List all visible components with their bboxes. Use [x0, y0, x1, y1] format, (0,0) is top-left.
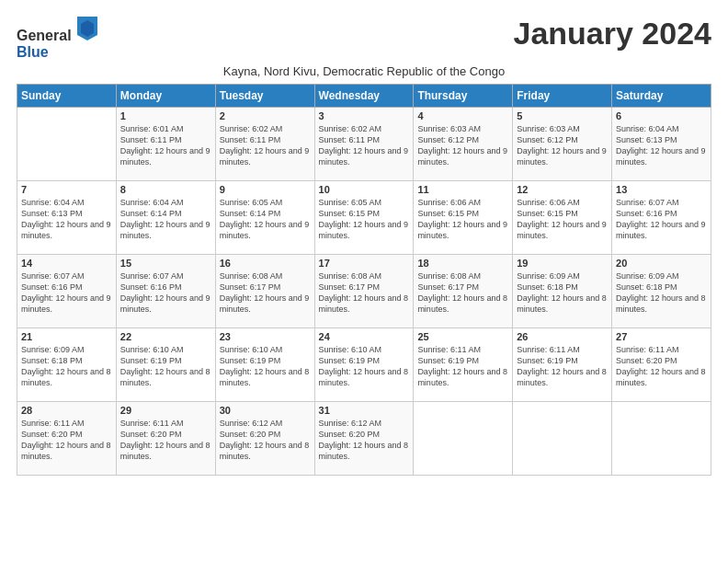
day-number: 22 — [120, 331, 211, 342]
day-number: 4 — [417, 110, 508, 121]
day-number: 21 — [21, 331, 112, 342]
calendar-cell: 15Sunrise: 6:07 AMSunset: 6:16 PMDayligh… — [116, 255, 215, 328]
logo-text-general: General — [17, 28, 72, 43]
day-info: Sunrise: 6:08 AMSunset: 6:17 PMDaylight:… — [319, 271, 409, 314]
day-number: 20 — [616, 258, 707, 269]
day-info: Sunrise: 6:10 AMSunset: 6:19 PMDaylight:… — [319, 345, 409, 387]
day-number: 12 — [517, 184, 608, 195]
day-info: Sunrise: 6:05 AMSunset: 6:15 PMDaylight:… — [319, 198, 409, 240]
calendar-cell: 4Sunrise: 6:03 AMSunset: 6:12 PMDaylight… — [414, 108, 513, 181]
calendar-cell: 19Sunrise: 6:09 AMSunset: 6:18 PMDayligh… — [513, 255, 612, 328]
day-info: Sunrise: 6:07 AMSunset: 6:16 PMDaylight:… — [21, 271, 111, 314]
calendar-cell: 26Sunrise: 6:11 AMSunset: 6:19 PMDayligh… — [513, 328, 612, 402]
day-info: Sunrise: 6:09 AMSunset: 6:18 PMDaylight:… — [517, 271, 607, 314]
day-info: Sunrise: 6:07 AMSunset: 6:16 PMDaylight:… — [616, 198, 706, 240]
day-info: Sunrise: 6:02 AMSunset: 6:11 PMDaylight:… — [220, 124, 310, 167]
day-number: 27 — [616, 331, 707, 342]
day-number: 3 — [319, 110, 410, 121]
calendar-cell: 16Sunrise: 6:08 AMSunset: 6:17 PMDayligh… — [215, 255, 314, 328]
calendar-cell: 22Sunrise: 6:10 AMSunset: 6:19 PMDayligh… — [116, 328, 215, 402]
logo: General Blue — [17, 17, 97, 61]
day-info: Sunrise: 6:06 AMSunset: 6:15 PMDaylight:… — [517, 198, 607, 240]
calendar-cell: 5Sunrise: 6:03 AMSunset: 6:12 PMDaylight… — [513, 108, 612, 181]
calendar-cell: 9Sunrise: 6:05 AMSunset: 6:14 PMDaylight… — [215, 181, 314, 255]
header-row: General Blue January 2024 — [17, 17, 711, 61]
day-number: 17 — [319, 258, 410, 269]
day-info: Sunrise: 6:09 AMSunset: 6:18 PMDaylight:… — [616, 271, 706, 314]
day-number: 26 — [517, 331, 608, 342]
calendar-week-3: 21Sunrise: 6:09 AMSunset: 6:18 PMDayligh… — [17, 328, 711, 402]
calendar-cell: 24Sunrise: 6:10 AMSunset: 6:19 PMDayligh… — [314, 328, 414, 402]
calendar-cell — [513, 402, 612, 476]
logo-icon — [77, 17, 97, 40]
col-thursday: Thursday — [414, 85, 513, 108]
day-info: Sunrise: 6:03 AMSunset: 6:12 PMDaylight:… — [417, 124, 507, 167]
day-number: 10 — [319, 184, 410, 195]
day-number: 29 — [120, 405, 211, 416]
calendar-cell: 14Sunrise: 6:07 AMSunset: 6:16 PMDayligh… — [17, 255, 117, 328]
day-info: Sunrise: 6:04 AMSunset: 6:14 PMDaylight:… — [120, 198, 210, 240]
logo-text-blue: Blue — [17, 44, 49, 60]
calendar-cell: 13Sunrise: 6:07 AMSunset: 6:16 PMDayligh… — [612, 181, 711, 255]
day-number: 6 — [616, 110, 707, 121]
calendar-week-4: 28Sunrise: 6:11 AMSunset: 6:20 PMDayligh… — [17, 402, 711, 476]
day-info: Sunrise: 6:02 AMSunset: 6:11 PMDaylight:… — [319, 124, 409, 167]
title-block: January 2024 — [514, 17, 712, 51]
day-number: 11 — [417, 184, 508, 195]
calendar-cell: 21Sunrise: 6:09 AMSunset: 6:18 PMDayligh… — [17, 328, 117, 402]
calendar-cell: 30Sunrise: 6:12 AMSunset: 6:20 PMDayligh… — [215, 402, 314, 476]
calendar-week-0: 1Sunrise: 6:01 AMSunset: 6:11 PMDaylight… — [17, 108, 711, 181]
calendar-cell: 3Sunrise: 6:02 AMSunset: 6:11 PMDaylight… — [314, 108, 414, 181]
calendar-cell: 12Sunrise: 6:06 AMSunset: 6:15 PMDayligh… — [513, 181, 612, 255]
calendar-cell — [414, 402, 513, 476]
day-info: Sunrise: 6:01 AMSunset: 6:11 PMDaylight:… — [120, 124, 210, 167]
calendar-cell: 1Sunrise: 6:01 AMSunset: 6:11 PMDaylight… — [116, 108, 215, 181]
day-number: 7 — [21, 184, 112, 195]
calendar-cell: 18Sunrise: 6:08 AMSunset: 6:17 PMDayligh… — [414, 255, 513, 328]
day-number: 18 — [417, 258, 508, 269]
day-info: Sunrise: 6:11 AMSunset: 6:20 PMDaylight:… — [616, 345, 706, 387]
calendar-cell: 17Sunrise: 6:08 AMSunset: 6:17 PMDayligh… — [314, 255, 414, 328]
calendar-cell: 25Sunrise: 6:11 AMSunset: 6:19 PMDayligh… — [414, 328, 513, 402]
day-info: Sunrise: 6:07 AMSunset: 6:16 PMDaylight:… — [120, 271, 210, 314]
col-saturday: Saturday — [612, 85, 711, 108]
day-info: Sunrise: 6:09 AMSunset: 6:18 PMDaylight:… — [21, 345, 111, 387]
col-sunday: Sunday — [17, 85, 117, 108]
day-info: Sunrise: 6:04 AMSunset: 6:13 PMDaylight:… — [616, 124, 706, 167]
calendar-table: Sunday Monday Tuesday Wednesday Thursday… — [17, 84, 711, 476]
day-number: 30 — [220, 405, 311, 416]
calendar-cell — [612, 402, 711, 476]
day-number: 13 — [616, 184, 707, 195]
day-info: Sunrise: 6:12 AMSunset: 6:20 PMDaylight:… — [220, 419, 310, 461]
day-number: 14 — [21, 258, 112, 269]
day-info: Sunrise: 6:11 AMSunset: 6:20 PMDaylight:… — [120, 419, 210, 461]
day-number: 1 — [120, 110, 211, 121]
calendar-cell: 23Sunrise: 6:10 AMSunset: 6:19 PMDayligh… — [215, 328, 314, 402]
day-number: 25 — [417, 331, 508, 342]
calendar-cell: 28Sunrise: 6:11 AMSunset: 6:20 PMDayligh… — [17, 402, 117, 476]
calendar-cell: 6Sunrise: 6:04 AMSunset: 6:13 PMDaylight… — [612, 108, 711, 181]
day-number: 28 — [21, 405, 112, 416]
calendar-cell: 10Sunrise: 6:05 AMSunset: 6:15 PMDayligh… — [314, 181, 414, 255]
day-number: 8 — [120, 184, 211, 195]
day-number: 15 — [120, 258, 211, 269]
day-info: Sunrise: 6:11 AMSunset: 6:19 PMDaylight:… — [417, 345, 507, 387]
day-info: Sunrise: 6:08 AMSunset: 6:17 PMDaylight:… — [220, 271, 310, 314]
day-number: 23 — [220, 331, 311, 342]
col-monday: Monday — [116, 85, 215, 108]
day-number: 9 — [220, 184, 311, 195]
day-info: Sunrise: 6:05 AMSunset: 6:14 PMDaylight:… — [220, 198, 310, 240]
page: General Blue January 2024 Kayna, Nord Ki… — [0, 0, 728, 563]
day-number: 24 — [319, 331, 410, 342]
day-info: Sunrise: 6:12 AMSunset: 6:20 PMDaylight:… — [319, 419, 409, 461]
calendar-cell: 20Sunrise: 6:09 AMSunset: 6:18 PMDayligh… — [612, 255, 711, 328]
calendar-week-2: 14Sunrise: 6:07 AMSunset: 6:16 PMDayligh… — [17, 255, 711, 328]
day-info: Sunrise: 6:10 AMSunset: 6:19 PMDaylight:… — [220, 345, 310, 387]
calendar-cell: 27Sunrise: 6:11 AMSunset: 6:20 PMDayligh… — [612, 328, 711, 402]
col-wednesday: Wednesday — [314, 85, 414, 108]
day-info: Sunrise: 6:06 AMSunset: 6:15 PMDaylight:… — [417, 198, 507, 240]
day-info: Sunrise: 6:11 AMSunset: 6:19 PMDaylight:… — [517, 345, 607, 387]
day-number: 5 — [517, 110, 608, 121]
day-number: 31 — [319, 405, 410, 416]
day-info: Sunrise: 6:10 AMSunset: 6:19 PMDaylight:… — [120, 345, 210, 387]
